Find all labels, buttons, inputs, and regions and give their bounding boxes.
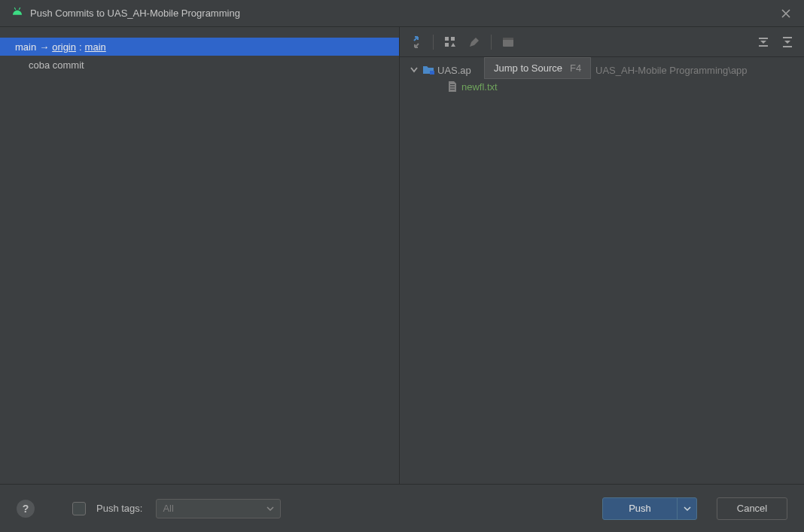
expand-all-icon [757, 36, 769, 48]
svg-line-2 [14, 8, 16, 10]
svg-line-3 [19, 8, 20, 10]
file-name: newfl.txt [461, 81, 498, 93]
collapse-all-button[interactable] [777, 32, 798, 53]
branch-colon: : [79, 41, 82, 53]
titlebar: Push Commits to UAS_AH-Mobile Programmin… [0, 0, 804, 27]
close-icon [781, 8, 791, 19]
tooltip-label: Jump to Source [494, 62, 562, 74]
help-button[interactable]: ? [17, 500, 35, 518]
chevron-down-icon [409, 65, 419, 75]
root-name: UAS.ap [437, 65, 471, 76]
arrows-icon [410, 35, 423, 49]
push-button-label: Push [629, 503, 651, 514]
tree-file[interactable]: newfl.txt [406, 78, 798, 95]
push-tags-select[interactable]: All [156, 499, 281, 518]
changes-toolbar [400, 27, 804, 57]
changes-pane: UAS.ap UAS_AH-Mobile Programming\app new… [400, 27, 804, 484]
svg-rect-8 [503, 38, 513, 40]
tree-root[interactable]: UAS.ap UAS_AH-Mobile Programming\app [406, 62, 798, 78]
tooltip-shortcut: F4 [570, 62, 581, 74]
commit-message: coba commit [29, 59, 84, 71]
select-value: All [163, 503, 173, 514]
main-split: main → origin : main coba commit [0, 27, 804, 484]
svg-rect-12 [450, 89, 455, 90]
branch-arrow: → [39, 41, 49, 53]
commit-row[interactable]: coba commit [0, 56, 399, 74]
remote-branch: main [85, 41, 106, 53]
push-tags-checkbox[interactable] [72, 502, 86, 515]
push-button[interactable]: Push [603, 498, 677, 519]
svg-rect-9 [430, 71, 434, 74]
toolbar-separator [433, 35, 434, 50]
toolbar-separator-2 [491, 35, 492, 50]
grid-icon [444, 36, 456, 48]
preview-button[interactable] [498, 32, 519, 53]
push-dropdown[interactable] [677, 498, 696, 519]
tooltip: Jump to Source F4 [484, 57, 591, 79]
svg-rect-10 [450, 84, 455, 85]
commits-pane: main → origin : main coba commit [0, 27, 400, 484]
chevron-down-icon [684, 505, 691, 512]
branch-row[interactable]: main → origin : main [0, 38, 399, 56]
edit-button[interactable] [464, 32, 485, 53]
svg-point-0 [14, 10, 16, 11]
folder-icon [422, 64, 434, 76]
svg-point-1 [19, 10, 20, 11]
diff-button[interactable] [406, 32, 427, 53]
svg-rect-11 [450, 87, 455, 87]
expand-all-button[interactable] [753, 32, 774, 53]
collapse-all-icon [781, 36, 793, 48]
dialog-title: Push Commits to UAS_AH-Mobile Programmin… [30, 8, 777, 19]
svg-rect-4 [445, 37, 449, 41]
help-icon: ? [23, 503, 29, 515]
svg-rect-5 [451, 37, 455, 41]
chevron-down-icon [266, 505, 274, 512]
local-branch: main [15, 41, 36, 53]
preview-icon [502, 36, 514, 48]
push-button-group: Push [602, 497, 697, 520]
cancel-button-label: Cancel [737, 503, 767, 514]
cancel-button[interactable]: Cancel [717, 497, 787, 520]
svg-rect-6 [445, 43, 449, 47]
group-button[interactable] [440, 32, 461, 53]
dialog-footer: ? Push tags: All Push Cancel [0, 484, 804, 532]
push-tags-label: Push tags: [96, 503, 142, 514]
close-button[interactable] [777, 5, 795, 23]
root-path: UAS_AH-Mobile Programming\app [595, 65, 748, 76]
changes-tree: UAS.ap UAS_AH-Mobile Programming\app new… [400, 57, 804, 95]
remote-name: origin [52, 41, 76, 53]
file-icon [446, 81, 458, 93]
pencil-icon [468, 36, 480, 48]
android-icon [11, 5, 30, 21]
